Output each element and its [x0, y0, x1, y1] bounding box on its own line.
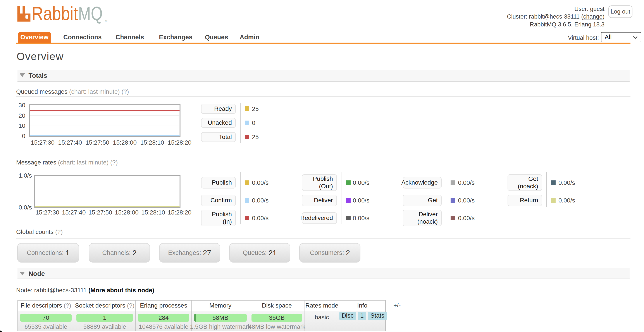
svg-text:15:28:00: 15:28:00 — [113, 139, 137, 146]
svg-text:15:28:10: 15:28:10 — [140, 139, 164, 146]
svg-text:15:27:50: 15:27:50 — [86, 139, 109, 146]
svg-text:1.0/s: 1.0/s — [18, 173, 32, 179]
svg-text:20: 20 — [18, 112, 25, 119]
svg-text:0: 0 — [22, 133, 25, 139]
svg-text:TM: TM — [103, 19, 108, 23]
svg-text:15:27:30: 15:27:30 — [31, 139, 54, 146]
svg-text:Rabbit: Rabbit — [32, 3, 78, 24]
svg-text:15:27:40: 15:27:40 — [58, 139, 82, 146]
svg-text:15:27:30: 15:27:30 — [36, 209, 60, 216]
svg-text:15:28:00: 15:28:00 — [115, 209, 138, 216]
svg-text:30: 30 — [18, 102, 25, 109]
svg-text:MQ: MQ — [78, 3, 102, 24]
svg-text:0.0/s: 0.0/s — [18, 204, 32, 211]
svg-text:10: 10 — [18, 122, 25, 129]
svg-text:15:28:20: 15:28:20 — [168, 209, 192, 216]
svg-text:15:27:50: 15:27:50 — [88, 209, 112, 216]
svg-text:15:28:20: 15:28:20 — [168, 139, 192, 146]
svg-text:15:28:10: 15:28:10 — [141, 209, 165, 216]
svg-text:15:27:40: 15:27:40 — [62, 209, 86, 216]
